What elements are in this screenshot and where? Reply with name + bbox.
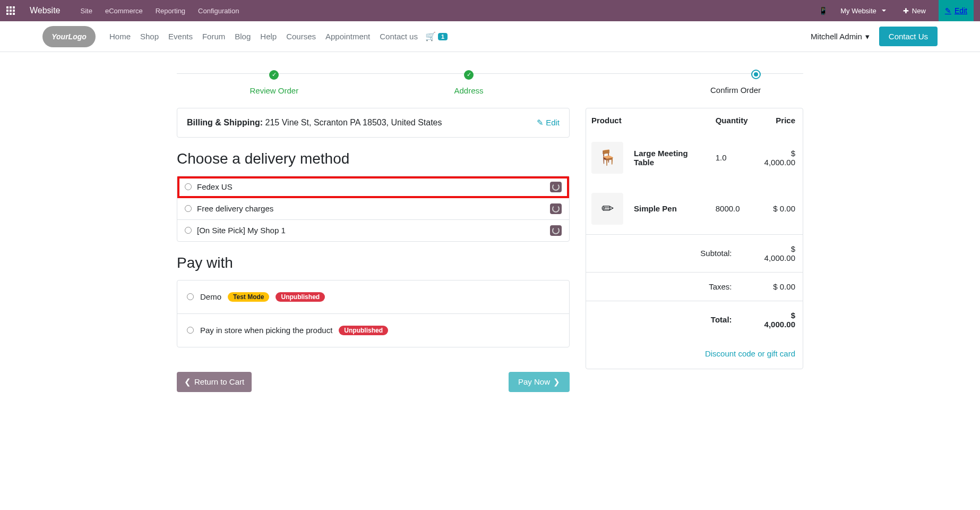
nav-shop[interactable]: Shop xyxy=(140,32,159,41)
nav-blog[interactable]: Blog xyxy=(235,32,251,41)
new-button[interactable]: ✚New xyxy=(899,5,930,17)
delivery-option-free[interactable]: Free delivery charges xyxy=(177,198,569,220)
delivery-heading: Choose a delivery method xyxy=(177,150,570,167)
nav-forum[interactable]: Forum xyxy=(202,32,225,41)
unpublished-badge: Unpublished xyxy=(276,292,325,302)
unpublished-badge: Unpublished xyxy=(339,326,388,335)
cart-icon: 🛒 xyxy=(425,31,436,41)
col-quantity: Quantity xyxy=(710,108,753,132)
return-to-cart-button[interactable]: ❮ Return to Cart xyxy=(177,372,252,392)
cart-count: 1 xyxy=(438,33,448,40)
delivery-list: Fedex US Free delivery charges [On Site … xyxy=(177,176,570,242)
user-dropdown[interactable]: Mitchell Admin ▾ xyxy=(811,32,870,41)
caret-down-icon: ▾ xyxy=(865,32,870,41)
col-price: Price xyxy=(753,108,803,132)
order-summary: Product Quantity Price 🪑 Large Meeting T… xyxy=(586,108,803,369)
pay-heading: Pay with xyxy=(177,254,570,271)
radio-icon[interactable] xyxy=(185,227,192,234)
mobile-icon[interactable]: 📱 xyxy=(819,6,828,15)
discount-code-link[interactable]: Discount code or gift card xyxy=(705,349,795,358)
loading-icon xyxy=(550,203,562,214)
nav-contact[interactable]: Contact us xyxy=(380,32,418,41)
contact-us-button[interactable]: Contact Us xyxy=(879,27,938,46)
product-qty: 1.0 xyxy=(710,132,753,183)
edit-address-link[interactable]: ✎ Edit xyxy=(537,118,560,128)
site-navbar: YourLogo Home Shop Events Forum Blog Hel… xyxy=(0,21,980,52)
radio-icon[interactable] xyxy=(185,183,192,190)
plus-icon: ✚ xyxy=(903,7,909,15)
taxes-row: Taxes: $ 0.00 xyxy=(586,272,803,301)
menu-reporting[interactable]: Reporting xyxy=(156,7,185,15)
pay-now-button[interactable]: Pay Now ❯ xyxy=(509,372,570,392)
step-review[interactable]: ✓ Review Order xyxy=(177,69,372,95)
radio-icon[interactable] xyxy=(187,293,194,300)
product-price: $ 4,000.00 xyxy=(753,132,803,183)
check-icon: ✓ xyxy=(464,70,474,80)
product-price: $ 0.00 xyxy=(753,183,803,235)
menu-site[interactable]: Site xyxy=(81,7,92,15)
radio-icon[interactable] xyxy=(187,327,194,334)
nav-home[interactable]: Home xyxy=(109,32,131,41)
col-product: Product xyxy=(586,108,629,132)
chevron-right-icon: ❯ xyxy=(553,377,560,387)
test-mode-badge: Test Mode xyxy=(228,292,269,302)
table-row: 🪑 Large Meeting Table 1.0 $ 4,000.00 xyxy=(586,132,803,183)
step-address[interactable]: ✓ Address xyxy=(372,69,566,95)
chevron-left-icon: ❮ xyxy=(184,377,191,387)
delivery-option-fedex[interactable]: Fedex US xyxy=(177,176,569,198)
pencil-icon: ✎ xyxy=(945,6,951,15)
current-step-icon xyxy=(751,70,761,79)
pay-option-demo[interactable]: Demo Test Mode Unpublished xyxy=(177,280,569,314)
menu-configuration[interactable]: Configuration xyxy=(198,7,239,15)
radio-icon[interactable] xyxy=(185,205,192,212)
cart-button[interactable]: 🛒 1 xyxy=(425,31,448,41)
address-label: Billing & Shipping: xyxy=(187,118,263,127)
product-image: ✏ xyxy=(591,193,623,225)
logo[interactable]: YourLogo xyxy=(42,26,96,47)
step-confirm: Confirm Order xyxy=(566,69,803,95)
nav-help[interactable]: Help xyxy=(260,32,277,41)
nav-appointment[interactable]: Appointment xyxy=(325,32,370,41)
table-row: ✏ Simple Pen 8000.0 $ 0.00 xyxy=(586,183,803,235)
address-value: 215 Vine St, Scranton PA 18503, United S… xyxy=(265,118,442,127)
product-name: Simple Pen xyxy=(629,183,710,235)
nav-courses[interactable]: Courses xyxy=(286,32,316,41)
topbar-menu: Site eCommerce Reporting Configuration xyxy=(81,7,239,15)
menu-ecommerce[interactable]: eCommerce xyxy=(105,7,143,15)
product-image: 🪑 xyxy=(591,142,623,174)
delivery-option-onsite[interactable]: [On Site Pick] My Shop 1 xyxy=(177,220,569,241)
apps-icon[interactable] xyxy=(6,6,15,15)
app-title[interactable]: Website xyxy=(30,6,61,15)
nav-events[interactable]: Events xyxy=(168,32,193,41)
billing-shipping-card: Billing & Shipping: 215 Vine St, Scranto… xyxy=(177,108,570,138)
loading-icon xyxy=(550,225,562,236)
my-website-dropdown[interactable]: My Website xyxy=(836,5,890,17)
product-qty: 8000.0 xyxy=(710,183,753,235)
product-name: Large Meeting Table xyxy=(629,132,710,183)
pay-list: Demo Test Mode Unpublished Pay in store … xyxy=(177,280,570,347)
pencil-icon: ✎ xyxy=(537,118,544,128)
loading-icon xyxy=(550,182,562,192)
total-row: Total: $ 4,000.00 xyxy=(586,301,803,338)
app-topbar: Website Site eCommerce Reporting Configu… xyxy=(0,0,980,21)
checkout-stepper: ✓ Review Order ✓ Address Confirm Order xyxy=(177,69,803,95)
edit-button[interactable]: ✎Edit xyxy=(939,0,974,21)
subtotal-row: Subtotal: $ 4,000.00 xyxy=(586,234,803,272)
pay-option-instore[interactable]: Pay in store when picking the product Un… xyxy=(177,314,569,347)
check-icon: ✓ xyxy=(269,70,279,80)
site-nav: Home Shop Events Forum Blog Help Courses… xyxy=(109,32,418,41)
